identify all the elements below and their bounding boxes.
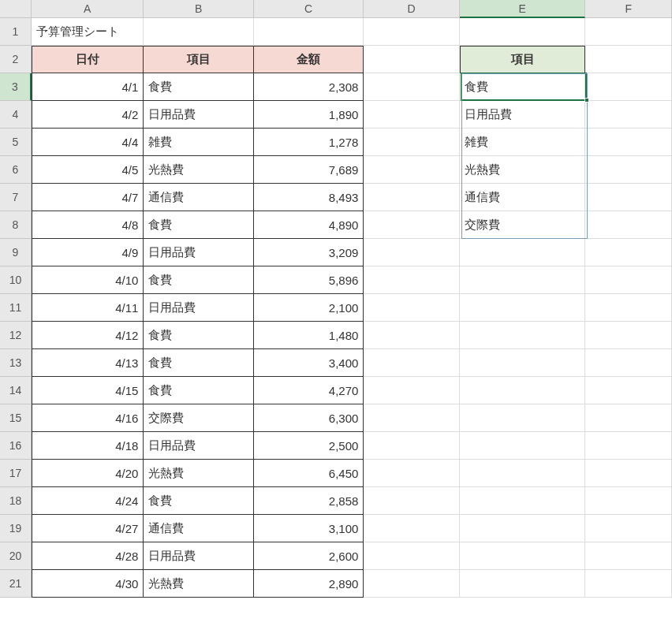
cell-A17-date[interactable]: 4/20 <box>32 460 144 487</box>
cell-B17-item[interactable]: 光熱費 <box>144 460 254 487</box>
cell-F20[interactable] <box>585 542 672 570</box>
cell-D12[interactable] <box>364 322 460 349</box>
cell-B10-item[interactable]: 食費 <box>144 266 254 294</box>
cell-D11[interactable] <box>364 294 460 322</box>
cell-C9-amount[interactable]: 3,209 <box>254 239 364 266</box>
row-header-14[interactable]: 14 <box>0 377 32 404</box>
cell-A21-date[interactable]: 4/30 <box>32 570 144 598</box>
cell-B7-item[interactable]: 通信費 <box>144 184 254 211</box>
cell-D21[interactable] <box>364 570 460 598</box>
cell-F21[interactable] <box>585 570 672 598</box>
cell-B12-item[interactable]: 食費 <box>144 322 254 349</box>
cell-D18[interactable] <box>364 487 460 515</box>
cell-C3-amount[interactable]: 2,308 <box>254 73 364 101</box>
row-header-12[interactable]: 12 <box>0 322 32 349</box>
cell-E15[interactable] <box>460 404 585 432</box>
side-list-item-5[interactable]: 交際費 <box>460 211 585 239</box>
cell-A19-date[interactable]: 4/27 <box>32 515 144 542</box>
cell-D6[interactable] <box>364 156 460 184</box>
cell-C15-amount[interactable]: 6,300 <box>254 404 364 432</box>
cell-A13-date[interactable]: 4/13 <box>32 349 144 377</box>
cell-E18[interactable] <box>460 487 585 515</box>
cell-D2[interactable] <box>364 46 460 73</box>
cell-B1[interactable] <box>144 18 254 46</box>
row-header-3[interactable]: 3 <box>0 73 32 101</box>
cell-D9[interactable] <box>364 239 460 266</box>
row-header-19[interactable]: 19 <box>0 515 32 542</box>
cell-E19[interactable] <box>460 515 585 542</box>
cell-A4-date[interactable]: 4/2 <box>32 101 144 129</box>
cell-C4-amount[interactable]: 1,890 <box>254 101 364 129</box>
header-item[interactable]: 項目 <box>144 46 254 73</box>
side-list-item-3[interactable]: 光熱費 <box>460 156 585 184</box>
cell-B6-item[interactable]: 光熱費 <box>144 156 254 184</box>
cell-F18[interactable] <box>585 487 672 515</box>
cell-F16[interactable] <box>585 432 672 460</box>
row-header-4[interactable]: 4 <box>0 101 32 129</box>
cell-E9[interactable] <box>460 239 585 266</box>
side-header[interactable]: 項目 <box>460 46 585 73</box>
cell-F3[interactable] <box>585 73 672 101</box>
cell-D1[interactable] <box>364 18 460 46</box>
row-header-5[interactable]: 5 <box>0 129 32 156</box>
cell-A8-date[interactable]: 4/8 <box>32 211 144 239</box>
cell-C14-amount[interactable]: 4,270 <box>254 377 364 404</box>
cell-B3-item[interactable]: 食費 <box>144 73 254 101</box>
cell-A15-date[interactable]: 4/16 <box>32 404 144 432</box>
cell-B13-item[interactable]: 食費 <box>144 349 254 377</box>
row-header-15[interactable]: 15 <box>0 404 32 432</box>
cell-E11[interactable] <box>460 294 585 322</box>
column-header-A[interactable]: A <box>32 0 144 18</box>
cell-C13-amount[interactable]: 3,400 <box>254 349 364 377</box>
cell-A1-title[interactable]: 予算管理シート <box>32 18 144 46</box>
cell-F9[interactable] <box>585 239 672 266</box>
cell-E16[interactable] <box>460 432 585 460</box>
row-header-13[interactable]: 13 <box>0 349 32 377</box>
cell-C8-amount[interactable]: 4,890 <box>254 211 364 239</box>
cell-D20[interactable] <box>364 542 460 570</box>
cell-A5-date[interactable]: 4/4 <box>32 129 144 156</box>
cell-A7-date[interactable]: 4/7 <box>32 184 144 211</box>
cell-D8[interactable] <box>364 211 460 239</box>
row-header-8[interactable]: 8 <box>0 211 32 239</box>
cell-E1[interactable] <box>460 18 585 46</box>
cell-A18-date[interactable]: 4/24 <box>32 487 144 515</box>
cell-C6-amount[interactable]: 7,689 <box>254 156 364 184</box>
cell-F11[interactable] <box>585 294 672 322</box>
cell-E12[interactable] <box>460 322 585 349</box>
row-header-18[interactable]: 18 <box>0 487 32 515</box>
row-header-10[interactable]: 10 <box>0 266 32 294</box>
cell-E14[interactable] <box>460 377 585 404</box>
cell-A10-date[interactable]: 4/10 <box>32 266 144 294</box>
cell-D4[interactable] <box>364 101 460 129</box>
row-header-9[interactable]: 9 <box>0 239 32 266</box>
cell-D10[interactable] <box>364 266 460 294</box>
cell-B4-item[interactable]: 日用品費 <box>144 101 254 129</box>
cell-A3-date[interactable]: 4/1 <box>32 73 144 101</box>
row-header-2[interactable]: 2 <box>0 46 32 73</box>
cell-D13[interactable] <box>364 349 460 377</box>
cell-E20[interactable] <box>460 542 585 570</box>
cell-A16-date[interactable]: 4/18 <box>32 432 144 460</box>
cell-D5[interactable] <box>364 129 460 156</box>
side-list-item-1[interactable]: 日用品費 <box>460 101 585 129</box>
cell-B11-item[interactable]: 日用品費 <box>144 294 254 322</box>
cell-D15[interactable] <box>364 404 460 432</box>
cell-B16-item[interactable]: 日用品費 <box>144 432 254 460</box>
column-header-C[interactable]: C <box>254 0 364 18</box>
row-header-6[interactable]: 6 <box>0 156 32 184</box>
side-list-item-2[interactable]: 雑費 <box>460 129 585 156</box>
cell-F12[interactable] <box>585 322 672 349</box>
cell-F6[interactable] <box>585 156 672 184</box>
cell-D16[interactable] <box>364 432 460 460</box>
column-header-B[interactable]: B <box>144 0 254 18</box>
cell-E21[interactable] <box>460 570 585 598</box>
cell-F10[interactable] <box>585 266 672 294</box>
side-list-item-0[interactable]: 食費 <box>460 73 585 101</box>
cell-F15[interactable] <box>585 404 672 432</box>
cell-A20-date[interactable]: 4/28 <box>32 542 144 570</box>
cell-C20-amount[interactable]: 2,600 <box>254 542 364 570</box>
column-header-E[interactable]: E <box>460 0 585 18</box>
cell-B18-item[interactable]: 食費 <box>144 487 254 515</box>
cell-F1[interactable] <box>585 18 672 46</box>
